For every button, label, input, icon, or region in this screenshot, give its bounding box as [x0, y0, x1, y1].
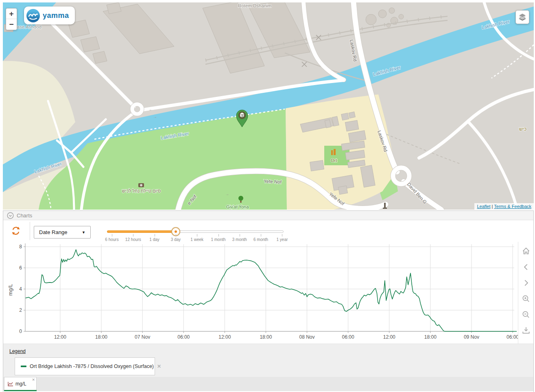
charts-panel: Charts Date Range ▼ 6 hours12 hours1 day… — [3, 210, 534, 392]
slider-stop-label: 6 month — [253, 237, 268, 242]
layers-icon — [518, 12, 527, 22]
slider-stop-tick[interactable] — [155, 234, 155, 237]
zoom-in-icon[interactable] — [522, 294, 531, 303]
x-tick-label: 07 Nov — [135, 334, 150, 340]
x-tick-label: 18:00 — [260, 334, 272, 340]
brand-wave-icon — [26, 9, 40, 22]
collapse-toggle-icon[interactable] — [7, 212, 14, 219]
y-tick-label: 4 — [19, 286, 22, 292]
date-range-value: Date Range — [39, 229, 67, 235]
terms-feedback-link[interactable]: Terms & Feedback — [494, 204, 531, 209]
home-icon[interactable] — [522, 247, 531, 256]
slider-stop-tick[interactable] — [261, 234, 261, 237]
leaflet-link[interactable]: Leaflet — [477, 204, 490, 209]
svg-text:→: → — [153, 114, 157, 119]
x-tick-label: 12:00 — [54, 334, 66, 340]
y-tick-label: 0 — [19, 328, 22, 334]
tab-label: mg/L — [15, 381, 26, 387]
slider-fill — [107, 230, 176, 233]
svg-text:→: → — [225, 192, 229, 196]
legend-item-close-icon[interactable]: ✕ — [157, 364, 161, 369]
chart-plot[interactable]: 12:0018:0007 Nov06:0012:0018:0008 Nov06:… — [3, 242, 518, 344]
refresh-icon[interactable] — [11, 226, 20, 235]
slider-stop-tick[interactable] — [240, 234, 240, 237]
map-label-rotem: Rotem Dshanim — [238, 3, 271, 8]
slider-stop-tick[interactable] — [218, 234, 219, 237]
download-icon[interactable] — [522, 326, 531, 335]
x-tick-label: 09 Nov — [464, 334, 479, 340]
series-line — [26, 250, 517, 331]
slider-stop-tick[interactable] — [176, 234, 176, 237]
charts-panel-header: Charts — [3, 211, 533, 220]
page: ←→→ Rotem Dshanim al Base Ashdod Lakhish… — [0, 0, 535, 392]
chart-toolbar — [518, 242, 533, 344]
x-tick-label: 12:00 — [383, 334, 395, 340]
camera-icon — [138, 183, 144, 187]
legend-item-label: Ort Bridge Lakhish -7875 / Dissolved Oxy… — [30, 364, 154, 369]
charts-panel-title: Charts — [17, 212, 32, 219]
slider-stop-label: 3 day — [171, 237, 181, 242]
map-label-promenade: סיום טיילת נחל לכיש — [122, 188, 161, 193]
slider-stop-label: 1 day — [149, 237, 159, 242]
slider-stop-label: 12 hours — [125, 237, 141, 242]
chevron-right-icon[interactable] — [522, 278, 531, 287]
chart-controls-row: Date Range ▼ 6 hours12 hours1 day3 day1 … — [3, 220, 533, 242]
y-axis-label: mg/L — [7, 284, 13, 296]
chevron-left-icon[interactable] — [522, 263, 531, 272]
map-zoom-out-button[interactable]: − — [6, 19, 17, 30]
zoom-out-icon[interactable] — [522, 310, 531, 319]
map-label-yefe: Yefe Nof — [264, 179, 282, 184]
x-tick-label: 18:00 — [424, 334, 437, 340]
map-label-givat: Giv'at Yona — [226, 204, 249, 209]
map-canvas: ←→→ Rotem Dshanim al Base Ashdod Lakhish… — [3, 2, 534, 210]
chart-zone: 12:0018:0007 Nov06:0012:0018:0008 Nov06:… — [3, 242, 533, 344]
tab-close-icon[interactable]: ✕ — [32, 378, 35, 382]
map-zoom-control: + − — [6, 8, 17, 30]
map-label-ort: Ort — [331, 158, 337, 163]
legend-zone: Legend Ort Bridge Lakhish -7875 / Dissol… — [3, 344, 533, 377]
slider-stop-tick[interactable] — [112, 234, 112, 237]
legend-items: Ort Bridge Lakhish -7875 / Dissolved Oxy… — [9, 355, 533, 375]
brand-logo: yamma — [24, 7, 75, 24]
brand-name: yamma — [43, 11, 69, 20]
chart-tab-row: mg/L✕ — [3, 377, 533, 392]
slider-stop-label: 3 month — [232, 237, 247, 242]
legend-item: Ort Bridge Lakhish -7875 / Dissolved Oxy… — [15, 357, 155, 375]
slider-stop-label: 1 year — [276, 237, 288, 242]
tab-mg/L[interactable]: mg/L✕ — [4, 377, 37, 390]
legend-swatch — [21, 366, 26, 367]
map-zoom-in-button[interactable]: + — [6, 9, 17, 19]
divider — [30, 222, 30, 240]
slider-stop-tick[interactable] — [197, 234, 197, 237]
slider-stop-label: 1 month — [211, 237, 225, 242]
x-tick-label: 12:00 — [218, 334, 231, 340]
map-attribution: Leaflet | Terms & Feedback — [474, 203, 534, 210]
map-label-right-he: כיש — [519, 126, 526, 132]
map[interactable]: ←→→ Rotem Dshanim al Base Ashdod Lakhish… — [3, 2, 534, 210]
x-tick-label: 18:00 — [95, 334, 107, 340]
date-range-select[interactable]: Date Range ▼ — [34, 226, 91, 239]
slider-stop-label: 6 hours — [105, 237, 118, 242]
y-tick-label: 2 — [19, 307, 22, 313]
date-range-slider[interactable]: 6 hours12 hours1 day3 day1 week1 month3 … — [107, 224, 286, 241]
chevron-down-icon: ▼ — [82, 230, 85, 234]
slider-stop-label: 1 week — [190, 237, 203, 242]
attribution-separator: | — [492, 204, 493, 209]
y-tick-label: 6 — [19, 265, 22, 271]
x-tick-label: 06:00 — [507, 334, 518, 340]
x-tick-label: 06:00 — [177, 334, 190, 340]
chart-glyph-icon — [7, 381, 13, 387]
svg-text:←: ← — [149, 107, 153, 112]
y-tick-label: 8 — [19, 244, 22, 250]
map-layers-button[interactable] — [515, 10, 529, 24]
slider-stop-tick[interactable] — [282, 234, 282, 237]
x-tick-label: 08 Nov — [299, 334, 315, 340]
slider-stop-tick[interactable] — [133, 234, 133, 237]
x-tick-label: 06:00 — [342, 334, 354, 340]
legend-title: Legend — [9, 348, 26, 354]
